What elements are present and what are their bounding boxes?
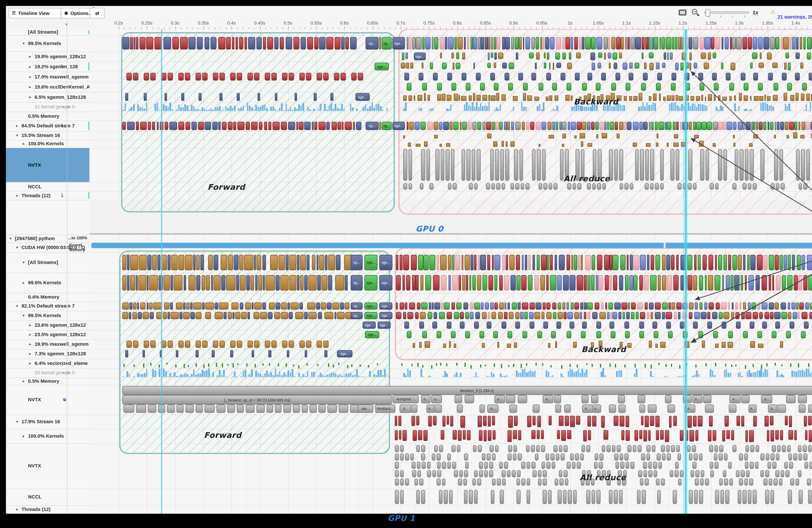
jump-icon[interactable]: ⤵	[61, 123, 63, 129]
view-selector[interactable]: ☰ Timeline View ▾	[8, 8, 66, 18]
chevron-right-icon[interactable]: ▸	[23, 434, 25, 439]
sidebar-item-allstreams0[interactable]: [All Streams]	[6, 29, 89, 36]
sidebar-item-mem04[interactable]: 0.4% Memory	[6, 293, 89, 302]
sidebar-item-maxwell170[interactable]: ▸17.0% maxwell_sgemm	[6, 72, 89, 82]
sidebar-item-mem05b[interactable]: ▸0.5% Memory	[6, 378, 89, 386]
nvtx-iteration-bar[interactable]: Iteration_5 [1.284 s]	[122, 386, 812, 395]
kernel-block	[572, 462, 576, 469]
chevron-right-icon[interactable]: ▸	[16, 124, 18, 128]
spike-bar	[301, 376, 302, 377]
chevron-right-icon[interactable]: ▸	[16, 193, 18, 198]
sidebar-item-kernels995a[interactable]: ▾99.5% Kernels	[6, 35, 89, 52]
remove-group-button[interactable]: −	[62, 370, 65, 376]
chevron-down-icon[interactable]: ▾	[23, 41, 25, 46]
warnings-link[interactable]: 21 warnings, 29 messages	[778, 14, 812, 19]
chevron-down-icon[interactable]: ▾	[23, 313, 25, 318]
kernel-block	[567, 255, 570, 270]
chevron-right-icon[interactable]: ▸	[29, 361, 31, 366]
kernel-block	[733, 445, 736, 452]
kernel-block	[326, 37, 333, 49]
chevron-right-icon[interactable]: ▸	[29, 54, 31, 59]
sidebar-item-sgemm192[interactable]: ▸19.2% sgemm_128⤵	[6, 61, 89, 72]
sidebar-item-default821[interactable]: ▾82.1% Default stream 7	[6, 301, 89, 311]
sidebar-item-mem05a[interactable]: 0.5% Memory	[6, 112, 89, 121]
kernel-block	[264, 122, 267, 130]
sidebar-item-python[interactable]: ▾[2947580] python...to 100%	[6, 234, 89, 243]
timeline-canvas[interactable]: sg...sg...sge...sge...sge...............…	[89, 29, 812, 514]
sidebar-item-sgemm235[interactable]: ▸23.5% sgemm_128x12	[6, 330, 89, 340]
sidebar-item-nvtx0[interactable]: NVTX	[6, 148, 89, 183]
kernel-block	[609, 63, 610, 69]
sidebar-item-gpu0gap[interactable]	[6, 200, 89, 235]
sidebar-item-maxwell199[interactable]: ▸19.9% maxwell_sgemm	[6, 339, 89, 349]
sidebar-item-kernels100b[interactable]: ▸100.0% Kernels	[6, 429, 89, 444]
chevron-right-icon[interactable]: ▸	[29, 352, 31, 356]
sidebar-item-stream179[interactable]: ▾17.9% Stream 16	[6, 415, 89, 430]
chevron-right-icon[interactable]: ▸	[23, 281, 25, 285]
sidebar-item-nvtx2[interactable]: NVTX	[6, 443, 89, 489]
chevron-down-icon[interactable]: ▾	[16, 419, 18, 424]
chevron-right-icon[interactable]: ▸	[29, 95, 31, 99]
kernel-label-block: A...	[768, 404, 778, 413]
kernel-label-block: sge...	[379, 312, 392, 319]
sidebar-item-allstreams1[interactable]: ▾[All Streams]	[6, 252, 89, 273]
jump-icon[interactable]: ⤵	[61, 64, 63, 69]
jump-icon[interactable]: ⤵	[61, 193, 63, 198]
kernel-block	[646, 143, 651, 147]
chevron-down-icon[interactable]: ▾	[16, 304, 18, 308]
sidebar-item-nccl156[interactable]: ▸15.6% ncclDevKernel_A	[6, 82, 89, 92]
chevron-down-icon[interactable]: ▾	[16, 245, 18, 249]
link-out-icon[interactable]: ⧉	[63, 397, 66, 402]
sidebar-item-kernels995b[interactable]: ▾99.5% Kernels	[6, 311, 89, 321]
zoom-out-icon[interactable]	[692, 9, 697, 14]
zoom-slider[interactable]	[704, 11, 749, 14]
sidebar-item-groups31[interactable]: 31 kernel groups h−+	[6, 102, 89, 112]
kernel-block	[765, 416, 769, 427]
sidebar-item-default845[interactable]: ▸84.5% Default stream 7⤵	[6, 120, 89, 132]
chevron-right-icon[interactable]: ▸	[16, 507, 18, 512]
kernel-label-block: sg...	[351, 312, 362, 319]
sidebar-item-nvtx1[interactable]: NVTX⧉	[6, 385, 89, 415]
sidebar-item-sgemm236[interactable]: ▸23.6% sgemm_128x12	[6, 320, 89, 330]
sidebar-item-threads0[interactable]: ▸Threads (12)⤵	[6, 191, 89, 200]
chevron-right-icon[interactable]: ▸	[29, 323, 31, 328]
chevron-right-icon[interactable]: ▸	[29, 64, 31, 69]
chevron-right-icon[interactable]: ▸	[29, 332, 31, 337]
sidebar-item-groups30[interactable]: 30 kernel groups h−+	[6, 368, 89, 378]
sidebar-item-sgemm65[interactable]: ▸6.5% sgemm_128x128	[6, 92, 89, 103]
chevron-down-icon[interactable]: ▾	[10, 236, 12, 241]
sidebar-item-stream155[interactable]: ▾15.5% Stream 16	[6, 131, 89, 140]
swap-button[interactable]: ⇄	[89, 8, 105, 18]
sidebar-item-vect64[interactable]: ▸6.4% vectorized_eleme	[6, 359, 89, 369]
chevron-right-icon[interactable]: ▸	[23, 379, 25, 384]
sidebar-item-cudahw[interactable]: ▾CUDA HW (0000:03:00.0 - QKernelMemory	[6, 242, 89, 253]
chevron-down-icon[interactable]: ▾	[16, 133, 18, 138]
chevron-down-icon[interactable]: ▾	[23, 260, 25, 265]
remove-group-button[interactable]: −	[62, 104, 65, 110]
sidebar-item-threads1[interactable]: ▸Threads (12)	[6, 505, 89, 514]
time-axis[interactable]: 0.2s0.25s0.3s0.35s0.4s0.45s0.5s0.55s0.6s…	[89, 19, 812, 30]
kernel-block	[521, 183, 524, 189]
kernel-block	[588, 73, 592, 81]
sidebar-item-kernels100a[interactable]: ▸100.0% Kernels	[6, 140, 89, 148]
spike-bar	[494, 363, 495, 367]
chevron-right-icon[interactable]: ▸	[29, 85, 31, 89]
kernel-block	[662, 63, 666, 68]
kernel-block	[278, 255, 285, 270]
chevron-right-icon[interactable]: ▸	[29, 342, 31, 346]
kernel-block	[487, 322, 491, 329]
sidebar-item-kernels996[interactable]: ▸99.6% Kernels	[6, 273, 89, 294]
kernel-block	[511, 302, 517, 310]
kernel-block	[490, 73, 495, 81]
sidebar-item-nccl1[interactable]: NCCL	[6, 489, 89, 506]
kernel-block	[150, 312, 154, 319]
film-strip-icon[interactable]	[679, 10, 686, 16]
sidebar-item-nccl0[interactable]: NCCL	[6, 182, 89, 191]
nvtx-forward-bar[interactable]: 1_forward, op_id = 38723 [434.805 ms]	[122, 395, 392, 404]
options-button[interactable]: ◉ Options...	[61, 8, 95, 18]
sidebar-item-sgemm73[interactable]: ▸7.3% sgemm_128x128	[6, 349, 89, 359]
kernel-block	[465, 395, 474, 403]
sidebar-item-sgemm198[interactable]: ▸19.8% sgemm_128x12	[6, 51, 89, 62]
chevron-right-icon[interactable]: ▸	[29, 74, 31, 79]
chevron-right-icon[interactable]: ▸	[23, 141, 25, 146]
